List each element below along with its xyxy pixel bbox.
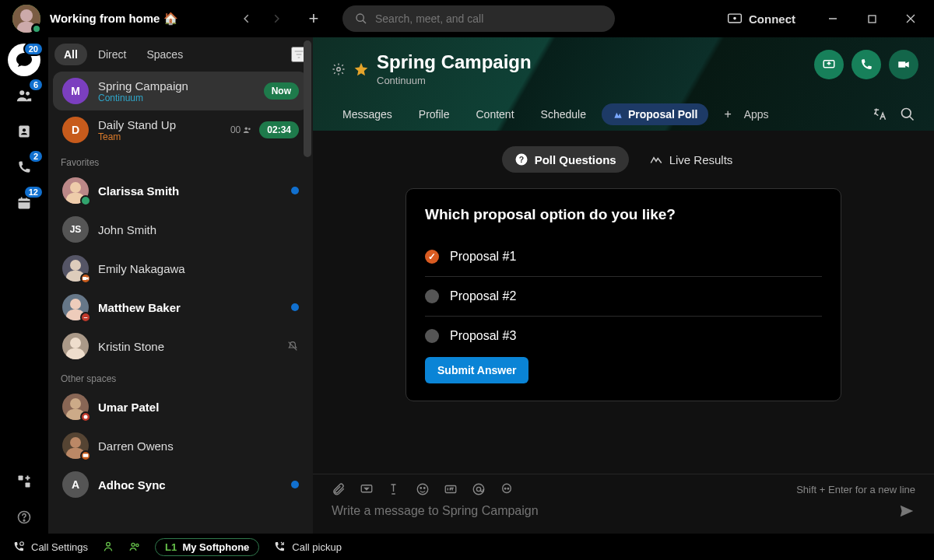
rail-help-button[interactable] xyxy=(8,501,40,534)
nav-back-button[interactable] xyxy=(234,5,260,32)
svg-point-37 xyxy=(70,398,81,409)
space-tabs: All Direct Spaces xyxy=(48,37,313,72)
space-subtitle: Continuum xyxy=(98,93,188,103)
poll-card: Which proposal option do you like? Propo… xyxy=(406,188,841,401)
space-tab-spaces[interactable]: Spaces xyxy=(137,44,192,65)
gear-icon[interactable] xyxy=(332,62,346,76)
video-call-button[interactable] xyxy=(889,50,918,79)
svg-point-45 xyxy=(337,67,341,71)
svg-rect-7 xyxy=(869,16,876,23)
svg-point-42 xyxy=(70,437,81,448)
svg-point-4 xyxy=(356,14,363,21)
svg-rect-34 xyxy=(66,348,85,359)
space-avatar: D xyxy=(62,117,89,143)
attach-icon[interactable] xyxy=(332,482,346,496)
device-icon xyxy=(727,12,743,25)
rail-calendar-button[interactable]: 12 xyxy=(8,187,40,219)
person-avatar xyxy=(62,177,89,204)
screencap-icon[interactable] xyxy=(360,482,374,496)
tab-add-apps[interactable]: + Apps xyxy=(713,103,779,126)
bitmoji-icon[interactable] xyxy=(500,482,514,496)
space-tab-all[interactable]: All xyxy=(54,44,87,65)
new-button[interactable]: + xyxy=(300,5,327,32)
call-pickup-button[interactable]: Call pickup xyxy=(273,541,342,553)
poll-question: Which proposal option do you like? xyxy=(425,206,822,223)
svg-point-51 xyxy=(417,484,428,495)
space-item-daily-standup[interactable]: D Daily Stand UpTeam 00 02:34 xyxy=(53,110,308,149)
space-avatar: M xyxy=(62,78,89,104)
queue-2-button[interactable] xyxy=(128,541,141,553)
titlebar: Working from home 🏠 + Connect xyxy=(0,0,934,37)
screenshare-button[interactable] xyxy=(814,50,844,79)
search-input[interactable] xyxy=(375,12,602,25)
poll-option-3[interactable]: Proposal #3 xyxy=(425,317,822,351)
queue-1-button[interactable] xyxy=(102,541,114,553)
emoji-icon[interactable] xyxy=(416,482,430,496)
person-name: Emily Nakagawa xyxy=(98,262,185,275)
poll-option-1[interactable]: Proposal #1 xyxy=(425,237,822,277)
window-maximize-button[interactable] xyxy=(855,6,889,31)
rail-contacts-button[interactable] xyxy=(8,115,40,148)
nav-forward-button[interactable] xyxy=(263,5,290,32)
poll-option-2[interactable]: Proposal #2 xyxy=(425,277,822,317)
submit-answer-button[interactable]: Submit Answer xyxy=(425,357,528,383)
send-button[interactable] xyxy=(898,502,915,520)
space-item-matthew[interactable]: – Matthew Baker xyxy=(53,288,308,327)
subtab-results[interactable]: Live Results xyxy=(637,146,746,173)
person-avatar xyxy=(62,394,89,420)
translate-icon[interactable] xyxy=(872,107,887,122)
space-item-spring-campaign[interactable]: M Spring CampaignContinuum Now xyxy=(53,72,308,110)
space-subtitle: Team xyxy=(98,131,176,142)
space-tab-direct[interactable]: Direct xyxy=(89,44,136,65)
tab-profile[interactable]: Profile xyxy=(408,103,461,125)
space-item-umar[interactable]: Umar Patel xyxy=(53,387,308,426)
rail-chat-button[interactable]: 20 xyxy=(8,44,40,76)
space-item-john[interactable]: JS John Smith xyxy=(53,210,308,249)
svg-point-11 xyxy=(23,128,26,131)
person-avatar xyxy=(62,432,89,459)
space-item-emily[interactable]: Emily Nakagawa xyxy=(53,249,308,288)
composer-input[interactable] xyxy=(332,499,898,523)
space-item-adhoc[interactable]: A Adhoc Sync xyxy=(53,465,308,504)
unread-indicator xyxy=(291,303,299,311)
person-avatar xyxy=(62,333,89,359)
svg-rect-44 xyxy=(83,454,89,457)
gif-icon[interactable] xyxy=(444,482,458,496)
self-avatar[interactable] xyxy=(12,5,40,33)
svg-point-58 xyxy=(507,488,509,490)
subtab-questions[interactable]: ?Poll Questions xyxy=(502,146,629,173)
search-in-space-icon[interactable] xyxy=(900,107,915,122)
window-minimize-button[interactable] xyxy=(816,6,850,31)
results-icon xyxy=(649,152,663,166)
star-icon[interactable] xyxy=(353,61,369,77)
tab-schedule[interactable]: Schedule xyxy=(530,103,597,125)
search-box[interactable] xyxy=(342,5,615,32)
space-item-darren[interactable]: Darren Owens xyxy=(53,426,308,465)
call-settings-button[interactable]: Call Settings xyxy=(12,541,88,553)
svg-point-9 xyxy=(26,92,30,96)
svg-text:?: ? xyxy=(518,155,523,164)
space-org: Continuum xyxy=(377,75,532,86)
self-status-text[interactable]: Working from home 🏠 xyxy=(50,12,178,26)
svg-point-62 xyxy=(136,544,139,546)
softphone-button[interactable]: L1 My Softphone xyxy=(155,538,259,556)
mention-icon[interactable] xyxy=(472,482,486,496)
person-name: John Smith xyxy=(98,223,156,236)
scrollbar[interactable] xyxy=(302,37,313,534)
svg-point-2 xyxy=(20,9,33,22)
connect-button[interactable]: Connect xyxy=(724,9,799,29)
tab-content[interactable]: Content xyxy=(465,103,525,125)
rail-teams-button[interactable]: 6 xyxy=(8,79,40,112)
rail-calls-button[interactable]: 2 xyxy=(8,151,40,184)
participant-count: 00 xyxy=(230,124,253,135)
person-avatar: JS xyxy=(62,216,89,243)
option-label: Proposal #3 xyxy=(450,329,516,343)
tab-proposal-poll[interactable]: Proposal Poll xyxy=(602,103,708,125)
window-close-button[interactable] xyxy=(894,6,928,31)
space-item-kristin[interactable]: Kristin Stone xyxy=(53,327,308,366)
tab-messages[interactable]: Messages xyxy=(332,103,403,125)
rail-apps-button[interactable] xyxy=(8,465,40,498)
space-item-clarissa[interactable]: Clarissa Smith xyxy=(53,171,308,210)
audio-call-button[interactable] xyxy=(851,50,881,79)
format-icon[interactable] xyxy=(388,482,402,496)
